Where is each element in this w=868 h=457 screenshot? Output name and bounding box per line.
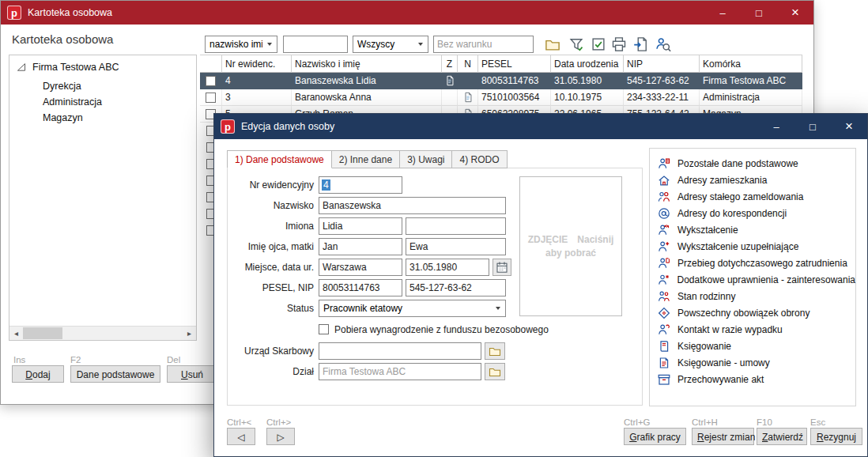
side-item-kontakt-wypadek[interactable]: Kontakt w razie wypadku: [658, 321, 855, 338]
tab-dane-podstawowe[interactable]: 1) Dane podstawowe: [227, 150, 332, 168]
cancel-button[interactable]: Rezygnuj: [810, 428, 862, 445]
tab-rodo[interactable]: 4) RODO: [452, 150, 507, 168]
tab-uwagi[interactable]: 3) Uwagi: [400, 150, 452, 168]
work-schedule-button[interactable]: Grafik pracy: [624, 428, 686, 445]
row-checkbox[interactable]: [206, 76, 216, 86]
side-item-adresy-zameldowania[interactable]: Adresy stałego zameldowania: [658, 188, 855, 205]
confirm-button[interactable]: Zatwierdź: [757, 428, 807, 445]
cell-unit: Administracja: [700, 89, 802, 106]
maximize-button[interactable]: □: [741, 1, 777, 25]
home-icon: [658, 174, 670, 187]
scroll-right-icon[interactable]: ▸: [183, 327, 196, 340]
cell-z: [442, 89, 458, 106]
scroll-left-icon[interactable]: ◂: [9, 327, 23, 340]
col-data-urodzenia[interactable]: Data urodzenia: [551, 55, 624, 73]
side-item-obowiazek-obrony[interactable]: Powszechny obowiązek obrony: [658, 304, 855, 321]
calendar-button[interactable]: [492, 259, 511, 276]
col-nazwisko-imie[interactable]: Nazwisko i imię: [292, 55, 442, 73]
tree-horizontal-scrollbar[interactable]: ◂ ▸: [9, 326, 196, 340]
dzial-lookup-button[interactable]: [485, 363, 505, 380]
folder-icon[interactable]: [545, 36, 560, 52]
col-komorka[interactable]: Komórka: [700, 55, 802, 73]
condition-input[interactable]: [433, 36, 534, 53]
dzial-input[interactable]: [319, 363, 481, 380]
drugie-imie-input[interactable]: [406, 217, 506, 235]
delete-button[interactable]: Usuń: [167, 365, 217, 383]
cell-nr: 4: [222, 73, 292, 89]
side-item-stan-rodzinny[interactable]: Stan rodzinny: [658, 288, 855, 304]
maximize-button[interactable]: □: [794, 114, 831, 139]
scope-select[interactable]: Wszyscy: [353, 36, 428, 53]
side-item-przebieg-zatrudnienia[interactable]: Przebieg dotychczasowego zatrudnienia: [658, 255, 855, 271]
checklist-icon[interactable]: [591, 36, 606, 52]
side-item-adresy-korespondencji[interactable]: Adresy do korespondencji: [658, 205, 855, 221]
side-item-label: Księgowanie - umowy: [677, 357, 770, 368]
close-button[interactable]: ×: [831, 114, 867, 139]
imie-matki-input[interactable]: [406, 238, 506, 255]
imie-ojca-input[interactable]: [319, 238, 402, 255]
col-nip[interactable]: NIP: [624, 55, 700, 73]
next-person-button[interactable]: ▷: [266, 428, 295, 445]
table-row-banaszewska[interactable]: 4 Banaszewska Lidia 80053114763 31.05.19…: [200, 73, 802, 89]
app-logo-icon: p: [7, 6, 21, 20]
prev-person-button[interactable]: ◁: [227, 428, 255, 445]
urzad-lookup-button[interactable]: [485, 342, 505, 360]
col-z[interactable]: Z: [442, 55, 458, 73]
col-n[interactable]: N: [458, 55, 478, 73]
photo-placeholder[interactable]: ZDJĘCIENaciśnij aby pobrać: [519, 176, 622, 316]
status-select[interactable]: Pracownik etatowy: [319, 300, 506, 317]
tree-item-magazyn[interactable]: Magazyn: [43, 112, 83, 123]
cell-nr: 3: [222, 89, 292, 106]
side-item-pozostale-dane[interactable]: Pozostałe dane podstawowe: [658, 155, 855, 172]
cell-nip: 545-127-63-62: [624, 73, 700, 89]
scrollbar-track[interactable]: [23, 327, 183, 340]
calendar-icon: [496, 261, 508, 274]
urzad-skarbowy-input[interactable]: [319, 342, 481, 360]
miejsce-urodzenia-input[interactable]: [319, 259, 402, 276]
side-item-ksiegowanie[interactable]: Księgowanie: [658, 338, 855, 354]
imiona-label: Imiona: [214, 221, 314, 232]
row-checkbox[interactable]: [206, 93, 216, 103]
basic-data-button[interactable]: Dane podstawowe: [70, 365, 160, 383]
side-item-wyksztalcenie[interactable]: Wykształcenie: [658, 221, 855, 238]
side-item-wyksztalcenie-uzupelniajace[interactable]: Wykształcenie uzupełniające: [658, 238, 855, 255]
filter-icon[interactable]: [568, 36, 584, 52]
kartoteka-titlebar[interactable]: p Kartoteka osobowa – □ ×: [1, 1, 813, 25]
col-pesel[interactable]: PESEL: [478, 55, 551, 73]
pesel-input[interactable]: [319, 279, 402, 296]
tab-inne-dane[interactable]: 2) Inne dane: [332, 150, 400, 168]
minimize-button[interactable]: –: [704, 1, 741, 25]
side-item-adresy-zamieszkania[interactable]: Adresy zamieszkania: [658, 172, 855, 188]
data-urodzenia-input[interactable]: [406, 259, 489, 276]
nr-ewidencyjny-input[interactable]: 4: [319, 176, 402, 194]
shortcut-esc: Esc: [810, 417, 825, 427]
side-item-dodatkowe-uprawnienia[interactable]: Dodatkowe uprawnienia - zainteresowania: [658, 271, 855, 288]
sort-field-select[interactable]: nazwisko imię: [205, 36, 277, 53]
minimize-button[interactable]: –: [758, 114, 794, 139]
change-log-button[interactable]: Rejestr zmian: [692, 428, 754, 445]
edycja-titlebar[interactable]: p Edycja danych osoby – □ ×: [214, 114, 867, 139]
fundusz-checkbox[interactable]: [319, 324, 329, 334]
col-nr-ewidenc[interactable]: Nr ewidenc.: [222, 55, 292, 73]
import-icon[interactable]: [633, 36, 649, 52]
side-item-label: Przebieg dotychczasowego zatrudnienia: [677, 258, 847, 269]
table-row-baranowska[interactable]: 3 Baranowska Anna 75101003564 10.10.1975…: [200, 89, 802, 106]
print-icon[interactable]: [611, 36, 627, 52]
add-button[interactable]: Dodaj: [12, 365, 64, 383]
side-item-label: Powszechny obowiązek obrony: [677, 308, 810, 319]
side-item-label: Wykształcenie: [677, 225, 738, 236]
close-button[interactable]: ×: [777, 1, 813, 25]
tree-item-root[interactable]: Firma Testowa ABC: [16, 62, 119, 73]
nazwisko-input[interactable]: [319, 197, 506, 214]
side-item-ksiegowanie-umowy[interactable]: Księgowanie - umowy: [658, 354, 855, 371]
scrollbar-thumb[interactable]: [23, 327, 62, 339]
person-search-icon[interactable]: [655, 36, 671, 52]
tree-item-administracja[interactable]: Administracja: [43, 96, 102, 108]
search-input[interactable]: [283, 36, 348, 53]
tree-item-dyrekcja[interactable]: Dyrekcja: [43, 81, 81, 92]
nip-input[interactable]: [406, 279, 506, 296]
imie-input[interactable]: [319, 217, 402, 235]
document-icon: [462, 92, 474, 103]
person-star-icon: [658, 274, 670, 286]
side-item-przechowywanie-akt[interactable]: Przechowywanie akt: [658, 371, 855, 387]
